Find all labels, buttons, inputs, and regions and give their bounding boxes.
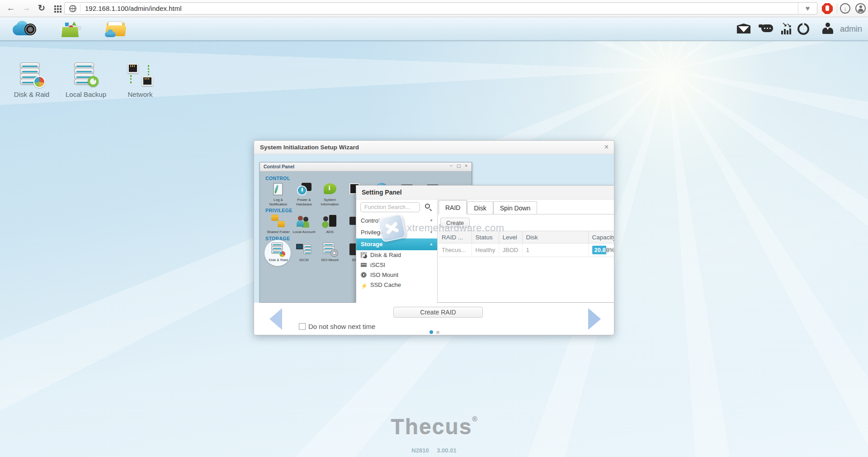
tab-spin-down[interactable]: Spin Down — [493, 201, 538, 214]
cloud-icon — [105, 32, 116, 37]
column-disk[interactable]: Disk — [522, 231, 588, 243]
tab-raid[interactable]: RAID — [439, 200, 467, 214]
mail-icon[interactable] — [737, 24, 750, 33]
setting-panel-title: Setting Panel — [362, 189, 402, 196]
browser-profile-icon[interactable] — [855, 3, 866, 14]
resource-monitor-icon[interactable]: ↘ ↘ — [780, 24, 793, 34]
menu-item-disk-raid[interactable]: Disk & Raid — [356, 250, 437, 260]
tile-iscsi[interactable]: iSCSI — [291, 242, 317, 262]
chat-icon[interactable] — [758, 24, 773, 34]
iscsi-icon — [361, 263, 367, 267]
user-head — [826, 23, 830, 27]
column-status[interactable]: Status — [472, 231, 499, 243]
browser-reload-icon[interactable]: ↻ — [35, 2, 48, 14]
user-icon[interactable] — [822, 23, 834, 34]
page-dots — [429, 330, 439, 334]
monitor-icon — [296, 244, 303, 249]
tile-shared-folder[interactable]: Shared Folder — [265, 214, 291, 234]
refresh-icon — [88, 76, 99, 87]
capacity-progress: 20.8 8% — [592, 246, 614, 254]
menu-item-iscsi[interactable]: iSCSI — [356, 260, 437, 270]
setup-wizard-dialog: System Initialization Setup Wizard × Con… — [254, 140, 614, 335]
desktop-icon-disk-raid[interactable]: Disk & Raid — [5, 62, 58, 98]
desktop-icon-label: Disk & Raid — [5, 90, 58, 98]
wizard-screenshot-area: Control Panel − ▢ × CONTROL Log & Notifi… — [254, 154, 614, 303]
menu-group-storage-selected[interactable]: Storage ▲ — [356, 238, 437, 250]
url-text[interactable]: 192.168.1.100/admin/index.html — [85, 5, 798, 12]
link-line — [130, 75, 139, 83]
desktop-icon-local-backup[interactable]: Local Backup — [60, 62, 112, 98]
bookmark-heart-icon[interactable]: ♥ — [798, 2, 817, 14]
desktop-icon-network[interactable]: Network — [114, 62, 166, 98]
menu-label: Storage — [361, 241, 382, 248]
chat-bubble — [761, 24, 773, 32]
dont-show-checkbox[interactable] — [299, 323, 306, 330]
adblock-extension-icon[interactable] — [822, 3, 833, 14]
tile-disk-raid-selected[interactable]: Disk & Raid — [265, 242, 291, 262]
column-capacity[interactable]: Capacity — [588, 231, 614, 243]
tile-label: System Information — [317, 198, 343, 206]
logged-in-username[interactable]: admin — [840, 24, 862, 34]
window-controls[interactable]: − ▢ × — [450, 163, 469, 168]
menu-label: ISO Mount — [370, 271, 398, 278]
ethernet-port-icon — [142, 76, 153, 86]
tile-system-information[interactable]: System Information — [317, 182, 343, 206]
thecus-logo: Thecus® — [0, 414, 868, 439]
file-center-folder-icon[interactable] — [104, 21, 130, 38]
close-icon[interactable]: × — [604, 143, 609, 151]
tile-ads[interactable]: ADS — [317, 214, 343, 234]
column-raid[interactable]: RAID ... — [438, 231, 472, 243]
next-page-arrow[interactable] — [588, 308, 601, 330]
function-search-input[interactable] — [360, 202, 420, 212]
menu-group-control[interactable]: Control ▼ — [356, 215, 437, 227]
ethernet-port-icon — [127, 63, 138, 73]
control-panel-cloud-icon[interactable] — [12, 21, 38, 38]
tile-log-notification[interactable]: Log & Notification — [265, 182, 291, 206]
menu-item-iso-mount[interactable]: ISO Mount — [356, 270, 437, 280]
downloads-icon[interactable]: ↓ — [840, 3, 850, 14]
app-center-icon[interactable] — [58, 21, 84, 38]
power-icon[interactable] — [797, 22, 810, 35]
setting-panel-header: Setting Panel — [356, 186, 614, 200]
tile-label: Shared Folder — [265, 230, 291, 234]
dont-show-row[interactable]: Do not show next time — [299, 323, 375, 330]
dont-show-label: Do not show next time — [308, 323, 375, 330]
window-titlebar: Control Panel − ▢ × — [260, 162, 472, 171]
nas-topbar: ↘ ↘ admin — [0, 17, 868, 41]
tile-power-hardware[interactable]: Power & Hardware — [291, 182, 317, 206]
table-row[interactable]: Thecus... Healthy JBOD 1 20.8 8% — [438, 243, 614, 257]
table-header-row: RAID ... Status Level Disk Capacity — [438, 231, 614, 243]
pie-chart-icon — [33, 76, 45, 88]
browser-forward-icon[interactable]: → — [20, 2, 33, 14]
previous-page-arrow[interactable] — [269, 308, 282, 330]
create-raid-button[interactable]: Create RAID — [393, 307, 483, 318]
cell-level: JBOD — [499, 243, 522, 257]
profile-head — [859, 5, 862, 8]
menu-item-ssd-cache[interactable]: ⚡ SSD Cache — [356, 280, 437, 290]
cell-raid-name: Thecus... — [438, 243, 472, 257]
menu-label: SSD Cache — [370, 281, 401, 288]
page-dot-active[interactable] — [429, 330, 433, 334]
column-level[interactable]: Level — [499, 231, 522, 243]
shared-folder-icon — [270, 214, 287, 229]
browser-apps-grid-icon[interactable] — [51, 2, 63, 14]
tile-local-account[interactable]: Local Account — [291, 214, 317, 234]
tile-label: ADS — [317, 230, 343, 234]
menu-label: iSCSI — [370, 262, 385, 268]
menu-group-privilege[interactable]: Privilege ▼ — [356, 227, 437, 238]
registered-mark: ® — [472, 415, 477, 423]
tab-disk[interactable]: Disk — [467, 201, 493, 214]
browser-back-icon[interactable]: ← — [5, 2, 17, 14]
address-bar[interactable]: 192.168.1.100/admin/index.html ♥ — [64, 2, 817, 14]
chevron-down-icon: ▼ — [429, 215, 433, 227]
tile-iso-mount[interactable]: ISO Mount — [317, 242, 343, 262]
setting-panel-menu: Control ▼ Privilege ▼ Storage ▲ Disk & R… — [356, 200, 438, 303]
user-body — [822, 28, 833, 34]
tile-label: Disk & Raid — [265, 258, 291, 262]
page-dot[interactable] — [436, 331, 439, 334]
create-button[interactable]: Create — [440, 218, 470, 228]
site-globe-icon — [69, 5, 76, 12]
menu-label: Privilege — [361, 229, 383, 236]
search-icon[interactable] — [425, 204, 430, 209]
wizard-footer: Create RAID Do not show next time — [254, 303, 614, 335]
